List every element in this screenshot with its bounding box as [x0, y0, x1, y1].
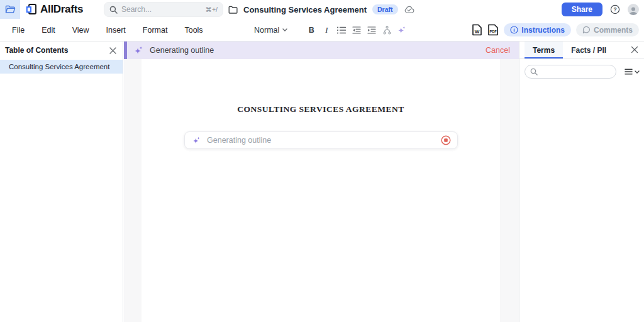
indent-icon [367, 26, 376, 34]
pdf-icon-label: PDF [490, 30, 497, 33]
panel-close-icon[interactable] [631, 46, 638, 53]
outdent-button[interactable] [349, 23, 364, 38]
format-toolbar: Normal B I [254, 19, 409, 41]
toc-item[interactable]: Consulting Services Agreement [0, 60, 123, 74]
sparkle-icon [134, 46, 143, 55]
terms-search-row [519, 59, 644, 79]
menu-insert[interactable]: Insert [98, 26, 135, 35]
share-button[interactable]: Share [562, 3, 602, 16]
menu-tools[interactable]: Tools [176, 26, 211, 35]
svg-text:?: ? [613, 6, 616, 13]
terms-panel: Terms Facts / PII [519, 42, 644, 322]
outline-tree-button[interactable] [379, 23, 394, 38]
toc-header: Table of Contents [0, 42, 123, 59]
generating-outline-card: Generating outline [184, 131, 458, 149]
terms-filter-button[interactable] [625, 69, 640, 75]
comment-bubble-icon [582, 26, 591, 34]
generation-status-text: Generating outline [150, 46, 214, 55]
menu-view[interactable]: View [64, 26, 98, 35]
generation-banner: Generating outline Cancel [124, 42, 519, 59]
menu-format[interactable]: Format [135, 26, 177, 35]
stop-generation-button[interactable] [441, 135, 451, 145]
ai-sparkle-button[interactable] [394, 23, 409, 38]
cancel-generation-button[interactable]: Cancel [486, 46, 510, 55]
top-bar: AllDrafts ⌘+/ Consulting Services Agreem… [0, 0, 644, 19]
app-logo-text: AllDrafts [40, 3, 83, 16]
italic-button[interactable]: I [319, 23, 334, 38]
search-shortcut-hint: ⌘+/ [205, 6, 218, 13]
generating-card-text: Generating outline [207, 136, 271, 145]
menu-file[interactable]: File [4, 26, 33, 35]
document-title: Consulting Services Agreement [243, 5, 367, 14]
workspace-folder-button[interactable] [0, 0, 20, 19]
toc-title: Table of Contents [5, 46, 68, 55]
tab-terms[interactable]: Terms [525, 42, 563, 58]
outline-tree-icon [382, 26, 392, 35]
document-page[interactable]: CONSULTING SERVICES AGREEMENT Generating… [142, 59, 500, 322]
terms-search-input[interactable] [541, 67, 611, 76]
editor-area: Generating outline Cancel CONSULTING SER… [124, 42, 519, 322]
instructions-label: Instructions [521, 26, 565, 35]
folder-icon [228, 6, 238, 14]
help-icon[interactable]: ? [610, 4, 620, 14]
user-avatar[interactable] [628, 4, 639, 15]
terms-search[interactable] [525, 65, 616, 79]
global-search[interactable]: ⌘+/ [104, 2, 223, 17]
sparkle-icon [192, 136, 201, 145]
info-icon [510, 26, 518, 34]
chevron-down-icon [635, 70, 640, 74]
indent-button[interactable] [364, 23, 379, 38]
search-icon [530, 68, 538, 75]
outdent-icon [352, 26, 361, 34]
table-of-contents-panel: Table of Contents Consulting Services Ag… [0, 42, 123, 322]
tab-facts-pii[interactable]: Facts / PII [563, 42, 614, 58]
alldrafts-logo-icon [25, 3, 38, 16]
cloud-saved-icon [404, 6, 414, 14]
paragraph-style-value: Normal [254, 26, 279, 35]
document-title-group: Consulting Services Agreement Draft [228, 0, 414, 19]
word-icon-label: W [475, 29, 480, 35]
menu-bar: File Edit View Insert Format Tools Norma… [0, 19, 644, 42]
bulleted-list-button[interactable] [334, 23, 349, 38]
bold-button[interactable]: B [304, 23, 319, 38]
paragraph-style-dropdown[interactable]: Normal [254, 26, 287, 35]
search-input[interactable] [121, 5, 201, 14]
menu-list: File Edit View Insert Format Tools [4, 19, 212, 41]
bulleted-list-icon [337, 26, 346, 34]
instructions-button[interactable]: Instructions [504, 23, 571, 36]
toc-close-icon[interactable] [109, 47, 116, 54]
chevron-down-icon [282, 28, 287, 31]
export-pdf-button[interactable]: PDF [487, 24, 499, 36]
comments-label: Comments [594, 26, 633, 35]
menu-edit[interactable]: Edit [33, 26, 64, 35]
filter-list-icon [625, 69, 633, 75]
app-logo[interactable]: AllDrafts [25, 0, 83, 19]
document-heading: CONSULTING SERVICES AGREEMENT [142, 59, 500, 114]
open-folder-icon [5, 5, 16, 14]
top-bar-actions: Share ? [562, 0, 639, 19]
terms-panel-tabs: Terms Facts / PII [519, 42, 644, 59]
export-toolbar: W PDF Instructions Comm [472, 19, 639, 41]
export-word-button[interactable]: W [472, 24, 482, 36]
sparkle-icon [397, 26, 406, 35]
search-icon [109, 6, 118, 14]
comments-button[interactable]: Comments [576, 23, 639, 36]
status-badge: Draft [372, 4, 398, 14]
